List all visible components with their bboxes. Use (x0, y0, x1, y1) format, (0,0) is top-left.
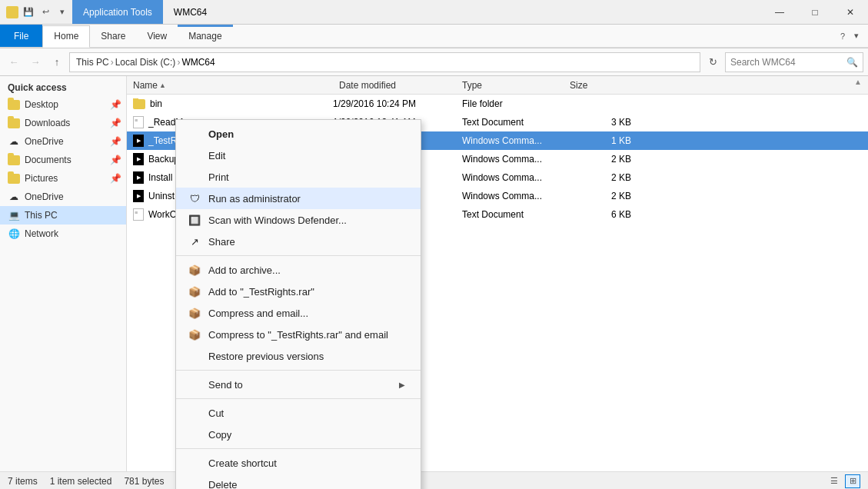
qat-dropdown[interactable]: ▾ (55, 5, 69, 19)
shortcut-icon (187, 455, 202, 471)
ctx-share[interactable]: ↗ Share (176, 231, 421, 252)
sidebar: Quick access Desktop 📌 Downloads 📌 ☁ One… (0, 76, 127, 471)
sidebar-item-network[interactable]: 🌐 Network (0, 225, 126, 243)
up-button[interactable]: ↑ (48, 53, 66, 72)
ctx-scan-defender[interactable]: 🔲 Scan with Windows Defender... (176, 209, 421, 231)
tab-home[interactable]: Home (42, 25, 90, 48)
cmd-icon (133, 190, 144, 202)
path-breadcrumb: This PC › Local Disk (C:) › WMC64 (76, 57, 215, 68)
ctx-open[interactable]: Open (176, 123, 421, 145)
ctx-cut[interactable]: Cut (176, 402, 421, 424)
tab-manage[interactable]: Manage (178, 25, 232, 47)
ctx-add-rar[interactable]: 📦 Add to "_TestRights.rar" (176, 281, 421, 302)
back-button[interactable]: ← (5, 53, 23, 72)
ctx-add-archive[interactable]: 📦 Add to archive... (176, 259, 421, 281)
sidebar-item-onedrive[interactable]: ☁ OneDrive (0, 188, 126, 206)
ctx-print[interactable]: Print (176, 166, 421, 188)
table-row[interactable]: bin 1/29/2016 10:24 PM File folder (127, 95, 868, 113)
refresh-button[interactable]: ↻ (703, 53, 722, 72)
ctx-edit[interactable]: Edit (176, 145, 421, 166)
large-icon-view-btn[interactable]: ⊞ (845, 474, 860, 488)
ctx-copy[interactable]: Copy (176, 424, 421, 445)
col-header-date[interactable]: Date modified (339, 80, 462, 91)
details-view-btn[interactable]: ☰ (826, 474, 842, 488)
qat-save[interactable]: 💾 (22, 5, 35, 19)
ctx-separator (176, 370, 421, 371)
ctx-restore-versions[interactable]: Restore previous versions (176, 345, 421, 367)
item-count: 7 items (8, 476, 38, 487)
ctx-run-as-admin[interactable]: 🛡 Run as administrator (176, 188, 421, 209)
col-header-size[interactable]: Size (570, 80, 631, 91)
text-icon (133, 116, 144, 128)
minimize-button[interactable]: — (762, 0, 797, 25)
main-layout: Quick access Desktop 📌 Downloads 📌 ☁ One… (0, 76, 868, 471)
ctx-create-shortcut[interactable]: Create shortcut (176, 452, 421, 474)
archive-icon: 📦 (187, 262, 202, 278)
ctx-separator (176, 255, 421, 256)
search-box[interactable]: 🔍 (725, 52, 863, 72)
sidebar-item-desktop[interactable]: Desktop 📌 (0, 95, 126, 114)
text-icon (133, 208, 144, 221)
maximize-button[interactable]: □ (797, 0, 833, 25)
address-path[interactable]: This PC › Local Disk (C:) › WMC64 (69, 52, 700, 72)
share-icon: ↗ (187, 234, 202, 249)
pin-icon: 📌 (110, 173, 121, 184)
quick-access-label: Quick access (0, 76, 126, 95)
tab-view[interactable]: View (136, 25, 178, 47)
qat-undo[interactable]: ↩ (38, 5, 52, 19)
ribbon-help[interactable]: ? (837, 30, 848, 42)
sidebar-item-downloads[interactable]: Downloads 📌 (0, 114, 126, 132)
app-icon (6, 6, 18, 18)
file-type: Windows Comma... (462, 172, 570, 183)
context-menu: Open Edit Print 🛡 Run as administrator 🔲… (175, 119, 421, 489)
file-size: 6 KB (570, 209, 631, 220)
file-size: 3 KB (570, 117, 631, 128)
shield-icon: 🛡 (187, 191, 202, 206)
ctx-send-to[interactable]: Send to ▶ (176, 374, 421, 395)
onedrive-icon: ☁ (8, 191, 20, 203)
pin-icon: 📌 (110, 99, 121, 110)
tab-wmc64-title: WMC64 (163, 0, 218, 24)
tab-application-tools[interactable]: Application Tools (72, 0, 163, 24)
network-icon: 🌐 (8, 228, 20, 240)
sidebar-item-documents[interactable]: Documents 📌 (0, 151, 126, 169)
archive-icon: 📦 (187, 284, 202, 299)
onedrive-icon: ☁ (8, 135, 20, 148)
sidebar-item-thispc[interactable]: 💻 This PC (0, 206, 126, 225)
col-header-name[interactable]: Name ▲ (133, 80, 333, 91)
file-type: Windows Comma... (462, 191, 570, 201)
sidebar-item-onedrive-quick[interactable]: ☁ OneDrive 📌 (0, 132, 126, 151)
ctx-delete[interactable]: Delete (176, 474, 421, 489)
pin-icon: 📌 (110, 136, 121, 147)
ctx-compress-rar-email[interactable]: 📦 Compress to "_TestRights.rar" and emai… (176, 324, 421, 345)
scroll-up-indicator[interactable]: ▲ (854, 78, 862, 86)
ctx-separator (176, 398, 421, 399)
close-button[interactable]: ✕ (833, 0, 868, 25)
forward-button[interactable]: → (26, 53, 45, 72)
file-type: Text Document (462, 209, 570, 220)
sidebar-item-pictures[interactable]: Pictures 📌 (0, 169, 126, 188)
cmd-icon (133, 153, 144, 165)
restore-icon (187, 348, 202, 364)
pin-icon: 📌 (110, 155, 121, 165)
ctx-compress-email[interactable]: 📦 Compress and email... (176, 302, 421, 324)
delete-icon (187, 477, 202, 489)
folder-icon (8, 98, 20, 111)
col-header-type[interactable]: Type (462, 80, 570, 91)
edit-icon (187, 148, 202, 163)
search-input[interactable] (730, 57, 846, 68)
file-date: 1/29/2016 10:24 PM (333, 98, 462, 109)
file-size: 1 KB (570, 135, 631, 146)
file-type: Windows Comma... (462, 135, 570, 146)
title-bar: 💾 ↩ ▾ Application Tools WMC64 — □ ✕ (0, 0, 868, 25)
ribbon-collapse[interactable]: ▾ (851, 29, 862, 42)
folder-icon (133, 99, 145, 109)
folder-icon (8, 117, 20, 129)
ribbon-tabs-top: Application Tools WMC64 (72, 0, 218, 24)
tab-file[interactable]: File (0, 25, 42, 47)
file-size: 2 KB (570, 191, 631, 201)
tab-share[interactable]: Share (90, 25, 136, 47)
quick-access-toolbar: 💾 ↩ ▾ (22, 5, 69, 19)
status-bar: 7 items 1 item selected 781 bytes ☰ ⊞ (0, 471, 868, 489)
defender-icon: 🔲 (187, 212, 202, 228)
